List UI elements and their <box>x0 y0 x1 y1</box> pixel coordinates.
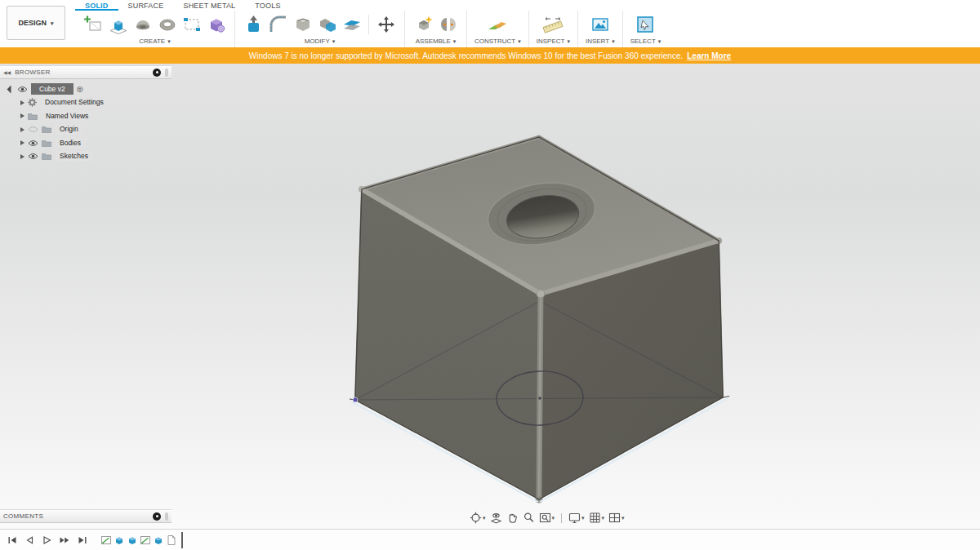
timeline-feature-4-sketch[interactable] <box>140 534 151 546</box>
grid-and-snaps-button[interactable]: ▾ <box>588 512 606 524</box>
create-group-label: CREATE <box>139 38 165 45</box>
go-to-end-icon <box>78 535 87 545</box>
chevron-down-icon: ▾ <box>581 515 585 521</box>
combine-button[interactable] <box>316 13 338 36</box>
press-pull-button[interactable] <box>243 13 265 36</box>
timeline-feature-1-sketch[interactable] <box>100 534 112 546</box>
timeline-feature-2-extrude[interactable] <box>114 534 125 546</box>
browser-scroll-thumb[interactable] <box>165 69 168 77</box>
tree-item-label[interactable]: Named Views <box>41 111 93 122</box>
fit-button[interactable]: ▾ <box>538 512 556 524</box>
origin-point[interactable] <box>353 397 358 402</box>
tree-row-origin[interactable]: Origin <box>0 123 172 137</box>
tree-item-label[interactable]: Document Settings <box>40 97 109 108</box>
comments-scroll-thumb[interactable] <box>165 512 168 521</box>
timeline-feature-6-sketch[interactable] <box>166 534 177 546</box>
learn-more-link[interactable]: Learn More <box>687 51 731 60</box>
tree-row-sketches[interactable]: Sketches <box>0 150 172 164</box>
go-to-end-button[interactable] <box>78 535 87 545</box>
tree-row-document-settings[interactable]: Document Settings <box>0 96 172 110</box>
ribbon-groups: CREATE ▾ <box>75 11 668 47</box>
go-to-start-button[interactable] <box>7 535 17 545</box>
thicken-button[interactable] <box>341 13 363 36</box>
display-settings-button[interactable]: ▾ <box>568 512 586 524</box>
timeline-feature-5-extrude[interactable] <box>153 534 164 546</box>
shell-button[interactable] <box>292 13 314 36</box>
modify-group-dropdown[interactable]: MODIFY ▾ <box>305 38 336 45</box>
pan-button[interactable] <box>506 512 519 524</box>
visibility-eye-icon[interactable] <box>28 140 38 147</box>
visibility-eye-off-icon[interactable] <box>28 126 38 133</box>
joint-button[interactable] <box>437 13 459 36</box>
timeline-playhead[interactable] <box>181 532 183 548</box>
chevron-down-icon: ▾ <box>167 38 171 44</box>
tree-item-label[interactable]: Sketches <box>55 151 93 162</box>
rectangular-pattern-button[interactable] <box>180 13 203 36</box>
play-button[interactable] <box>42 535 51 545</box>
expand-arrow-icon[interactable] <box>20 100 24 105</box>
comments-menu-icon[interactable] <box>153 512 161 521</box>
construction-plane-button[interactable] <box>487 13 509 36</box>
fillet-button[interactable] <box>267 13 289 36</box>
browser-menu-icon[interactable] <box>153 69 161 77</box>
folder-icon <box>28 113 38 120</box>
timeline-feature-3-extrude[interactable] <box>127 534 138 546</box>
insert-group-dropdown[interactable]: INSERT ▾ <box>586 38 615 45</box>
chevron-down-icon: ▾ <box>453 38 457 44</box>
zoom-button[interactable] <box>522 512 536 524</box>
model-canvas[interactable]: ◀◀ BROWSER Cube v2 ◎ <box>0 64 980 529</box>
browser-header[interactable]: ◀◀ BROWSER <box>0 65 172 79</box>
visibility-eye-icon[interactable] <box>28 153 38 160</box>
fit-icon <box>539 512 551 524</box>
activate-component-icon[interactable]: ◎ <box>77 86 83 93</box>
tree-row-named-views[interactable]: Named Views <box>0 109 172 123</box>
comments-header[interactable]: COMMENTS <box>0 509 172 523</box>
create-group-dropdown[interactable]: CREATE ▾ <box>139 38 170 45</box>
chevron-down-icon: ▾ <box>51 20 54 26</box>
step-back-button[interactable] <box>24 535 34 545</box>
tree-item-root-label[interactable]: Cube v2 <box>31 83 74 95</box>
select-button[interactable] <box>635 13 657 36</box>
sketch-center-point[interactable] <box>538 397 541 400</box>
visibility-eye-icon[interactable] <box>17 86 28 93</box>
ribbon-group-modify: MODIFY ▾ <box>235 11 405 47</box>
tab-sheet-metal[interactable]: SHEET METAL <box>173 0 245 11</box>
viewports-button[interactable]: ▾ <box>608 512 626 524</box>
insert-canvas-button[interactable] <box>589 13 611 36</box>
expand-arrow-icon[interactable] <box>20 140 24 145</box>
primitives-button[interactable] <box>205 13 227 36</box>
look-at-button[interactable] <box>489 512 503 524</box>
insert-group-icons <box>589 11 611 37</box>
tree-row-root[interactable]: Cube v2 ◎ <box>0 82 172 96</box>
inspect-group-dropdown[interactable]: INSPECT ▾ <box>537 38 570 45</box>
measure-button[interactable] <box>542 13 564 36</box>
hole-button[interactable] <box>156 13 178 36</box>
tree-item-label[interactable]: Bodies <box>55 138 86 149</box>
tree-row-bodies[interactable]: Bodies <box>0 136 172 150</box>
move-copy-button[interactable] <box>375 13 397 36</box>
select-group-dropdown[interactable]: SELECT ▾ <box>630 38 662 45</box>
revolve-button[interactable] <box>131 13 154 36</box>
tab-surface[interactable]: SURFACE <box>118 0 174 11</box>
assemble-group-dropdown[interactable]: ASSEMBLE ▾ <box>416 38 457 45</box>
inspect-group-label: INSPECT <box>537 38 565 45</box>
expand-arrow-icon[interactable] <box>20 127 24 132</box>
construct-group-dropdown[interactable]: CONSTRUCT ▾ <box>474 38 521 45</box>
timeline-features <box>100 532 183 548</box>
tree-item-label[interactable]: Origin <box>55 124 83 135</box>
zoom-icon <box>523 512 535 524</box>
fast-forward-button[interactable] <box>59 535 70 545</box>
display-settings-icon <box>568 512 581 524</box>
collapse-panel-icon[interactable]: ◀◀ <box>3 69 11 75</box>
expand-arrow-icon[interactable] <box>20 154 24 159</box>
orbit-button[interactable]: ▾ <box>469 512 487 524</box>
create-sketch-button[interactable] <box>82 13 105 36</box>
design-menu-button[interactable]: DESIGN ▾ <box>7 6 65 40</box>
expand-arrow-icon[interactable] <box>20 113 24 118</box>
new-component-button[interactable] <box>412 13 434 36</box>
grid-icon <box>589 512 601 524</box>
viewbar-separator <box>561 513 562 523</box>
extrude-button[interactable] <box>107 13 129 36</box>
tab-solid[interactable]: SOLID <box>75 0 118 11</box>
tab-tools[interactable]: TOOLS <box>245 0 290 11</box>
